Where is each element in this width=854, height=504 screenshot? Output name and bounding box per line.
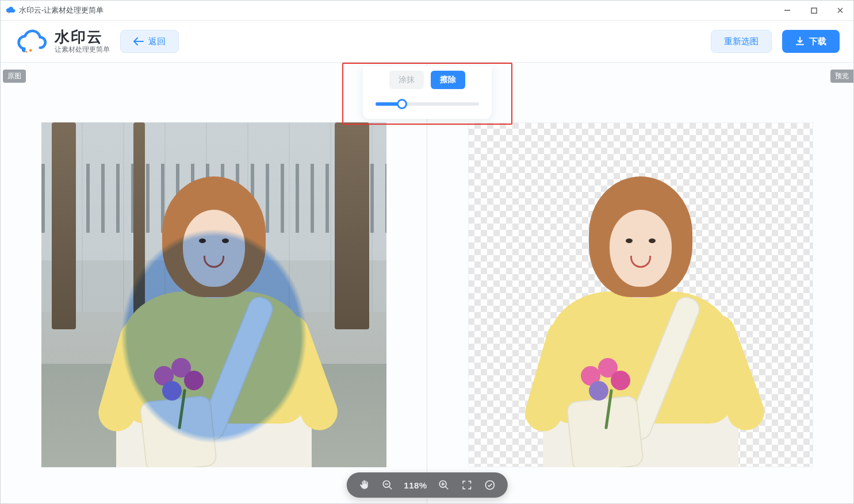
smear-mode-label: 涂抹 — [399, 75, 415, 85]
fit-screen-button[interactable] — [461, 479, 473, 491]
cutout-subject — [514, 168, 767, 467]
reselect-button-label: 重新选图 — [724, 36, 759, 47]
arrow-left-icon — [133, 37, 144, 45]
brand-name: 水印云 — [55, 29, 110, 46]
svg-point-12 — [485, 481, 494, 490]
canvas-toolbar: 118% — [346, 472, 507, 498]
brush-tool-panel-annotation: 涂抹 擦除 — [342, 63, 512, 125]
window-title: 水印云-让素材处理更简单 — [19, 5, 104, 16]
pan-tool-button[interactable] — [358, 479, 370, 491]
svg-line-6 — [389, 487, 392, 490]
download-button[interactable]: 下载 — [782, 30, 840, 53]
result-pane[interactable] — [427, 63, 853, 503]
back-button-label: 返回 — [148, 36, 166, 47]
download-icon — [795, 37, 805, 46]
slider-thumb[interactable] — [397, 99, 407, 109]
svg-line-9 — [445, 487, 448, 490]
result-image[interactable] — [468, 122, 813, 467]
split-view — [1, 63, 853, 503]
svg-rect-1 — [784, 10, 790, 11]
zoom-in-button[interactable] — [438, 479, 450, 491]
window-maximize-button[interactable] — [801, 1, 827, 20]
erase-mode-label: 擦除 — [440, 75, 456, 85]
window-minimize-button[interactable] — [774, 1, 801, 20]
selection-mask-overlay — [41, 122, 386, 467]
reselect-image-button[interactable]: 重新选图 — [711, 30, 772, 53]
original-pane[interactable] — [1, 63, 427, 503]
preview-badge: 预览 — [830, 70, 853, 83]
smear-mode-button[interactable]: 涂抹 — [389, 71, 424, 89]
original-image[interactable] — [41, 122, 386, 467]
brush-mode-segment: 涂抹 擦除 — [389, 71, 465, 89]
cloud-logo-icon — [14, 29, 49, 54]
erase-mode-button[interactable]: 擦除 — [431, 71, 465, 89]
download-button-label: 下载 — [809, 36, 826, 47]
brush-size-slider[interactable] — [376, 99, 479, 109]
back-button[interactable]: 返回 — [120, 30, 179, 53]
svg-rect-2 — [811, 8, 817, 13]
svg-point-0 — [9, 12, 10, 13]
app-header: 水印云 让素材处理更简单 返回 重新选图 下载 — [1, 21, 853, 63]
window-titlebar: 水印云-让素材处理更简单 — [1, 1, 853, 21]
brand-logo: 水印云 让素材处理更简单 — [14, 29, 110, 54]
brush-tool-panel: 涂抹 擦除 — [363, 66, 492, 119]
svg-point-3 — [29, 49, 32, 52]
brand-tagline: 让素材处理更简单 — [55, 46, 110, 54]
confirm-button[interactable] — [484, 479, 496, 491]
window-close-button[interactable] — [827, 1, 853, 20]
zoom-level-label: 118% — [404, 480, 427, 490]
workspace: 原图 预览 — [1, 63, 853, 503]
original-badge: 原图 — [3, 70, 26, 83]
app-icon — [5, 5, 16, 16]
svg-point-4 — [25, 51, 27, 53]
zoom-out-button[interactable] — [381, 479, 393, 491]
